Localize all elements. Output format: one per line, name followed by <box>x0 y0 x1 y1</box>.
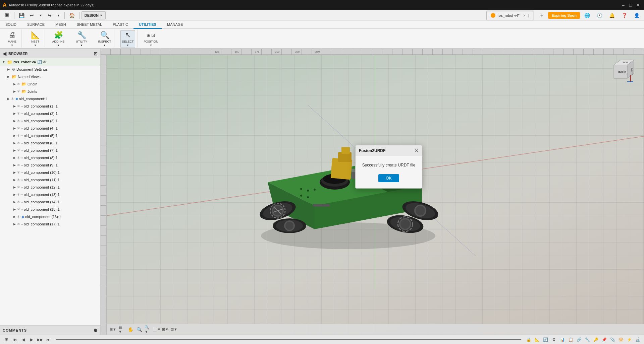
undo-dropdown[interactable]: ▼ <box>37 11 45 19</box>
btool-7[interactable]: 🔗 <box>575 336 583 343</box>
add-tab-button[interactable]: + <box>537 11 546 20</box>
comp7-type-icon: ▪ <box>21 148 23 152</box>
timeline-scrubber[interactable] <box>56 339 521 340</box>
comp1-expand: ▶ <box>12 105 17 108</box>
prev-button[interactable]: ◀ <box>19 336 27 343</box>
tab-plastic[interactable]: PLASTIC <box>107 21 133 29</box>
minimize-button[interactable]: – <box>620 2 627 8</box>
tree-item-comp-10[interactable]: ▶ 👁 ▪ old_component (10):1 <box>0 169 100 176</box>
make-button[interactable]: 🖨 MAKE ▼ <box>5 30 19 48</box>
tree-item-comp-5[interactable]: ▶ 👁 ▪ old_component (5):1 <box>0 132 100 139</box>
comp12-type-icon: ▪ <box>21 185 23 189</box>
undo-button[interactable]: ↩ <box>28 11 36 19</box>
btool-1[interactable]: 🔒 <box>525 336 532 343</box>
tree-item-named-views[interactable]: ▶ 📂 Named Views <box>0 73 100 80</box>
dialog-ok-button[interactable]: OK <box>378 174 399 182</box>
tree-item-comp-14[interactable]: ▶ 👁 ▪ old_component (14):1 <box>0 198 100 206</box>
save-button[interactable]: 💾 <box>16 11 27 19</box>
tree-item-comp-9[interactable]: ▶ 👁 ▪ old_component (9):1 <box>0 161 100 169</box>
tree-item-comp-4[interactable]: ▶ 👁 ▪ old_component (4):1 <box>0 125 100 132</box>
position-button[interactable]: ⊞⊡ POSITION ▼ <box>144 30 158 48</box>
addins-dropdown-icon: ▼ <box>57 44 60 47</box>
btool-14[interactable]: 🔬 <box>634 336 641 343</box>
btool-12[interactable]: 🔆 <box>617 336 625 343</box>
tab-close-icon[interactable]: ✕ <box>523 14 526 17</box>
redo-dropdown[interactable]: ▼ <box>55 11 62 19</box>
comp15-vis-icon: 👁 <box>17 207 20 211</box>
viewport[interactable]: BACK TOP LEFT ⊞▼ 🖥▼ ✋ 🔍 <box>107 55 644 335</box>
toolbar-icon-1[interactable]: ⊞ <box>3 336 10 343</box>
tree-item-joints[interactable]: ▶ 👁 📂 Joints <box>0 88 100 95</box>
notifications-button[interactable]: 🔔 <box>607 11 617 19</box>
tab-sheet-metal[interactable]: SHEET METAL <box>71 21 107 29</box>
browser-collapse-icon[interactable]: ⊡ <box>94 51 98 56</box>
btool-3[interactable]: 🔃 <box>542 336 549 343</box>
tree-item-comp-13[interactable]: ▶ 👁 ▪ old_component (13):1 <box>0 191 100 198</box>
nest-dropdown-icon: ▼ <box>34 44 37 47</box>
tab-manage[interactable]: MANAGE <box>162 21 189 29</box>
tree-item-comp-11[interactable]: ▶ 👁 ▪ old_component (11):1 <box>0 176 100 184</box>
close-button[interactable]: ✕ <box>635 2 641 8</box>
tree-item-comp-6[interactable]: ▶ 👁 ▪ old_component (6):1 <box>0 139 100 147</box>
comments-add-icon[interactable]: ⊕ <box>94 328 98 333</box>
design-button[interactable]: DESIGN ▼ <box>82 11 106 19</box>
browser-back-icon[interactable]: ◀ <box>3 51 6 56</box>
comp5-label: old_component (5):1 <box>24 134 58 138</box>
step-back-button[interactable]: ⏮ <box>11 336 18 343</box>
tree-item-comp-8[interactable]: ▶ 👁 ▪ old_component (8):1 <box>0 154 100 161</box>
make-dropdown-icon: ▼ <box>11 44 13 47</box>
root-folder-icon: 📁 <box>7 60 12 65</box>
tree-item-comp-3[interactable]: ▶ 👁 ▪ old_component (3):1 <box>0 117 100 125</box>
dialog-message: Successfully create URDF file <box>362 163 416 167</box>
main-tab[interactable]: ros_robot v4* ✕ | <box>486 11 533 20</box>
tab-surface[interactable]: SURFACE <box>22 21 50 29</box>
online-status-button[interactable]: 🌐 <box>582 11 592 19</box>
comments-bar[interactable]: COMMENTS ⊕ <box>0 325 100 335</box>
addins-button[interactable]: 🧩 ADD-INS ▼ <box>51 30 66 48</box>
tree-item-comp-2[interactable]: ▶ 👁 ▪ old_component (2):1 <box>0 110 100 117</box>
tree-item-comp-12[interactable]: ▶ 👁 ▪ old_component (12):1 <box>0 184 100 191</box>
tab-solid[interactable]: SOLID <box>0 21 22 29</box>
tree-item-comp-7[interactable]: ▶ 👁 ▪ old_component (7):1 <box>0 147 100 154</box>
tree-item-doc-settings[interactable]: ▶ ⚙ Document Settings <box>0 66 100 73</box>
next-button[interactable]: ▶▶ <box>36 336 44 343</box>
select-button[interactable]: ↖ SELECT ▼ <box>120 30 135 48</box>
redo-button[interactable]: ↪ <box>45 11 54 19</box>
play-button[interactable]: ▶ <box>28 336 35 343</box>
tree-item-comp-15[interactable]: ▶ 👁 ▪ old_component (15):1 <box>0 206 100 213</box>
tab-mesh[interactable]: MESH <box>50 21 71 29</box>
tree-item-comp-17[interactable]: ▶ 👁 ▪ old_component (17):1 <box>0 220 100 228</box>
ribbon-group-nest: 📐 NEST ▼ <box>26 29 45 48</box>
btool-13[interactable]: ⚡ <box>626 336 633 343</box>
tree-item-old-comp-root[interactable]: ▶ 👁 ■ old_component:1 <box>0 95 100 102</box>
btool-9[interactable]: 🔑 <box>592 336 599 343</box>
grid-button[interactable]: ⌘ <box>2 11 12 19</box>
dialog-close-button[interactable]: ✕ <box>415 148 419 153</box>
btool-11[interactable]: 📎 <box>609 336 616 343</box>
btool-4[interactable]: ⚙ <box>550 336 557 343</box>
btool-6[interactable]: 📋 <box>567 336 574 343</box>
tree-item-origin[interactable]: ▶ 👁 📂 Origin <box>0 80 100 88</box>
expiring-soon-button[interactable]: Expiring Soon <box>548 12 580 19</box>
btool-10[interactable]: 📌 <box>600 336 608 343</box>
maximize-button[interactable]: □ <box>627 2 634 8</box>
inspect-button[interactable]: 🔍 INSPECT ▼ <box>97 30 112 48</box>
tree-root[interactable]: ▼ 📁 ros_robot v4 🔄 👁 <box>0 58 100 66</box>
browser-title: BROWSER <box>8 52 28 56</box>
root-expand-icon: ▼ <box>1 60 6 64</box>
help-button[interactable]: ❓ <box>619 11 630 19</box>
tree-item-comp-16[interactable]: ▶ 👁 ◆ old_component (16):1 <box>0 213 100 220</box>
comp12-vis-icon: 👁 <box>17 185 20 189</box>
step-forward-button[interactable]: ⏭ <box>45 336 52 343</box>
btool-2[interactable]: 📐 <box>533 336 541 343</box>
home-button[interactable]: 🏠 <box>67 11 77 19</box>
profile-button[interactable]: 👤 <box>632 11 642 19</box>
btool-8[interactable]: 🔧 <box>584 336 591 343</box>
clock-button[interactable]: 🕐 <box>594 11 605 19</box>
position-icon: ⊞⊡ <box>147 31 155 39</box>
tree-item-comp-1[interactable]: ▶ 👁 ▪ old_component (1):1 <box>0 102 100 110</box>
btool-5[interactable]: 📊 <box>558 336 566 343</box>
utility-button[interactable]: 🔧 UTILITY ▼ <box>74 30 89 48</box>
nest-button[interactable]: 📐 NEST ▼ <box>28 30 43 48</box>
tab-utilities[interactable]: UTILITIES <box>133 21 162 29</box>
